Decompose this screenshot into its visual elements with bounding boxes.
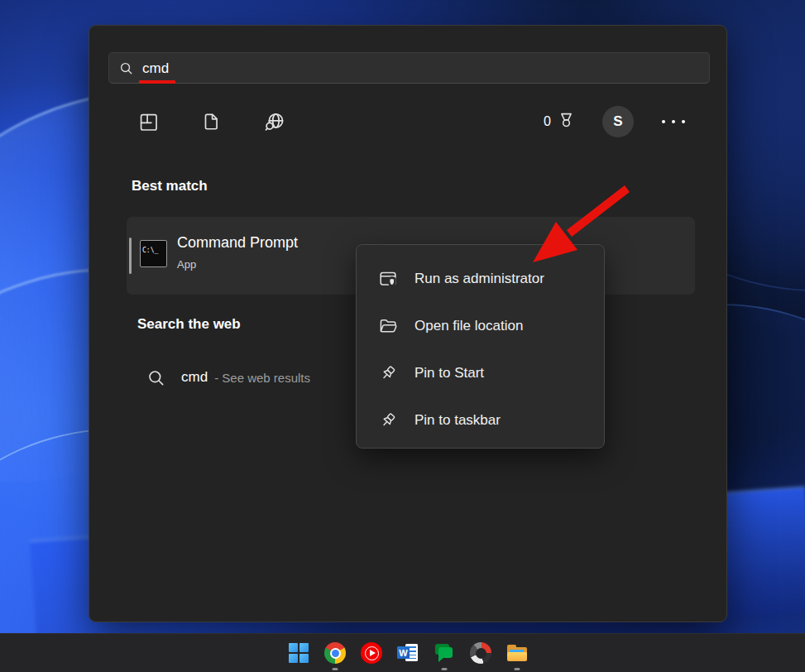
taskbar-item-file-explorer[interactable] <box>506 642 528 664</box>
search-icon <box>147 369 165 386</box>
ellipsis-icon <box>662 120 665 123</box>
web-suggestion[interactable]: cmd - See web results <box>147 360 310 395</box>
menu-item-pin-to-start[interactable]: Pin to Start <box>357 349 604 396</box>
avatar[interactable]: S <box>602 106 634 137</box>
taskbar-item-ring-app[interactable] <box>470 642 491 664</box>
rewards-count: 0 <box>544 114 551 129</box>
menu-item-open-file-location[interactable]: Open file location <box>357 302 604 349</box>
windows-start-icon <box>288 642 309 664</box>
command-prompt-icon: C:\_ <box>140 240 167 267</box>
best-match-heading: Best match <box>132 178 208 194</box>
pin-icon <box>379 411 397 430</box>
search-the-web-heading: Search the web <box>137 316 241 333</box>
selection-indicator <box>129 238 132 274</box>
apps-filter-icon[interactable] <box>137 109 160 134</box>
red-underline-annotation <box>139 80 175 84</box>
search-input[interactable]: cmd <box>108 52 710 84</box>
context-menu: Run as administrator Open file location … <box>356 244 605 449</box>
taskbar-item-word[interactable]: W <box>397 642 419 664</box>
rewards-medal-icon <box>555 111 577 133</box>
menu-item-run-as-administrator[interactable]: Run as administrator <box>357 255 604 302</box>
open-file-location-icon <box>379 317 397 335</box>
youtube-music-icon <box>361 642 382 664</box>
taskbar-item-chrome[interactable] <box>324 642 346 664</box>
result-subtitle: App <box>177 258 196 271</box>
web-suffix-text: - See web results <box>214 371 310 385</box>
file-explorer-icon <box>506 642 528 664</box>
start-button[interactable] <box>288 642 309 664</box>
google-chat-icon <box>434 642 455 664</box>
menu-item-pin-to-taskbar[interactable]: Pin to taskbar <box>357 396 604 444</box>
search-query-text: cmd <box>142 61 169 75</box>
running-indicator <box>442 668 448 670</box>
web-query-text: cmd <box>181 369 208 386</box>
run-as-administrator-icon <box>379 270 397 288</box>
running-indicator <box>515 668 520 670</box>
menu-item-label: Pin to Start <box>414 365 484 382</box>
menu-item-label: Open file location <box>414 318 523 334</box>
search-icon <box>119 61 133 75</box>
more-options-button[interactable] <box>659 117 688 127</box>
pin-icon <box>379 364 397 382</box>
search-filter-row <box>137 109 285 134</box>
running-indicator <box>333 668 338 670</box>
search-header-actions: 0 S <box>544 109 688 134</box>
chrome-icon <box>324 642 346 664</box>
taskbar: W <box>0 633 805 672</box>
web-filter-icon[interactable] <box>263 109 285 134</box>
ring-app-icon <box>470 642 491 664</box>
avatar-initial: S <box>613 113 622 130</box>
result-title: Command Prompt <box>177 234 298 252</box>
word-icon: W <box>397 642 419 664</box>
rewards-button[interactable]: 0 <box>544 111 577 133</box>
taskbar-item-google-chat[interactable] <box>434 642 455 664</box>
menu-item-label: Run as administrator <box>414 271 544 287</box>
menu-item-label: Pin to taskbar <box>414 412 501 429</box>
documents-filter-icon[interactable] <box>200 109 223 134</box>
taskbar-item-youtube-music[interactable] <box>361 642 382 664</box>
